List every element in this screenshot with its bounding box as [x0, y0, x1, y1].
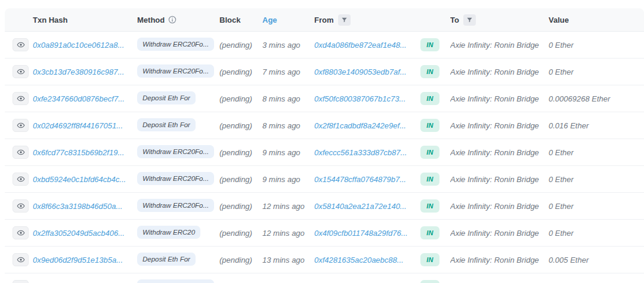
value-text: 0 Ether [549, 229, 574, 238]
value-text: 0 Ether [549, 148, 574, 157]
to-address-link[interactable]: Axie Infinity: Ronin Bridge [450, 41, 539, 50]
txn-hash-cell: 0xfe2347660d0876becf7... [33, 94, 137, 103]
direction-badge: IN [420, 226, 439, 239]
eye-button[interactable] [13, 253, 29, 266]
direction-badge: IN [420, 146, 439, 159]
from-address-link[interactable]: 0x2f8f1cadbdf8a242e9ef... [314, 121, 406, 130]
block-status: (pending) [219, 148, 252, 157]
table-header-row: Txn Hash Method Block Age From [5, 8, 644, 32]
block-cell: (pending) [219, 94, 262, 103]
txn-hash-link[interactable]: 0xbd5924e0c1bfd64cb4c... [33, 175, 126, 184]
eye-button[interactable] [13, 92, 29, 105]
txn-hash-link[interactable]: 0xfe2347660d0876becf7... [33, 94, 125, 103]
value-cell: 0 Ether [549, 175, 644, 184]
from-address-link[interactable]: 0x4f09cfb011748a29fd76... [314, 229, 408, 238]
txn-hash-cell: 0x3cb13d7e380916c987... [33, 67, 137, 76]
block-status: (pending) [219, 229, 252, 238]
block-cell: (pending) [219, 67, 262, 76]
method-badge: Deposit Eth For [137, 91, 196, 104]
col-header-method: Method [137, 16, 219, 24]
method-cell: Withdraw ERC20Fo... [137, 145, 219, 160]
txn-hash-link[interactable]: 0x3cb13d7e380916c987... [33, 67, 124, 76]
value-text: 0 Ether [549, 202, 574, 211]
table-body: 0x0a891a0c10ce0612a8... Withdraw ERC20Fo… [5, 32, 644, 283]
to-filter-button[interactable] [463, 14, 476, 26]
txn-hash-link[interactable]: 0x9ed06d2f9d51e13b5a... [33, 256, 123, 264]
table-row: 0xfe2347660d0876becf7... Deposit Eth For… [5, 85, 644, 112]
value-text: 0.00069268 Ether [549, 94, 610, 103]
txn-hash-link[interactable]: 0x2ffa3052049d5acb406... [33, 229, 125, 238]
eye-button[interactable] [13, 65, 29, 78]
direction-cell: IN [420, 65, 450, 78]
method-cell: Withdraw ERC20Fo... [137, 172, 219, 187]
direction-badge: IN [420, 280, 439, 283]
to-address-link[interactable]: Axie Infinity: Ronin Bridge [450, 256, 539, 264]
from-address-link[interactable]: 0xd4a086fbe872eaf1e48... [314, 41, 407, 50]
direction-badge: IN [420, 253, 439, 266]
to-address-link[interactable]: Axie Infinity: Ronin Bridge [450, 229, 539, 238]
direction-cell: IN [420, 119, 450, 132]
txn-hash-link[interactable]: 0x0a891a0c10ce0612a8... [33, 41, 124, 50]
block-cell: (pending) [219, 41, 262, 50]
to-address-link[interactable]: Axie Infinity: Ronin Bridge [450, 175, 539, 184]
from-address-link[interactable]: 0x154478cffa0764879b7... [314, 175, 406, 184]
age-cell: 12 mins ago [262, 202, 314, 211]
to-address-link[interactable]: Axie Infinity: Ronin Bridge [450, 67, 539, 76]
method-badge: Withdraw ERC20Fo... [137, 64, 214, 78]
to-cell: Axie Infinity: Ronin Bridge [450, 202, 549, 211]
eye-button[interactable] [13, 199, 29, 213]
direction-badge: IN [420, 65, 439, 78]
eye-button[interactable] [13, 119, 29, 132]
col-header-value: Value [549, 16, 644, 24]
age-toggle-link[interactable]: Age [262, 16, 277, 24]
method-badge: Deposit Eth For [137, 118, 196, 131]
col-header-from: From [314, 14, 420, 26]
to-address-link[interactable]: Axie Infinity: Ronin Bridge [450, 148, 539, 157]
block-status: (pending) [219, 67, 252, 76]
method-cell: Withdraw ERC20Fo... [137, 279, 219, 283]
from-filter-button[interactable] [338, 14, 351, 26]
age-text: 12 mins ago [262, 202, 305, 211]
eye-button[interactable] [13, 280, 29, 283]
txn-hash-link[interactable]: 0x6fcd77c8315b69b2f19... [33, 148, 124, 157]
from-address-link[interactable]: 0x58140a2ea21a72e140... [314, 202, 407, 211]
age-text: 8 mins ago [262, 121, 301, 130]
txn-hash-cell: 0x2ffa3052049d5acb406... [33, 229, 137, 238]
eye-cell [5, 92, 33, 105]
age-cell: 12 mins ago [262, 229, 314, 238]
to-address-link[interactable]: Axie Infinity: Ronin Bridge [450, 121, 539, 130]
method-cell: Withdraw ERC20Fo... [137, 38, 219, 53]
eye-button[interactable] [13, 226, 29, 239]
txn-hash-link[interactable]: 0x8f66c3a3198b46d50a... [33, 202, 122, 211]
txn-hash-cell: 0x02d4692ff8f44167051... [33, 121, 137, 130]
age-cell: 13 mins ago [262, 256, 314, 264]
age-text: 8 mins ago [262, 94, 301, 103]
to-address-link[interactable]: Axie Infinity: Ronin Bridge [450, 202, 539, 211]
from-address-link[interactable]: 0xf50fc800387067b1c73... [314, 94, 405, 103]
table-row: 0x6fcd77c8315b69b2f19... Withdraw ERC20F… [5, 139, 644, 166]
method-badge: Withdraw ERC20Fo... [137, 279, 214, 283]
age-cell: 9 mins ago [262, 175, 314, 184]
eye-button[interactable] [13, 173, 29, 186]
from-address-link[interactable]: 0xf8803e1409053edb7af... [314, 67, 407, 76]
txn-hash-link[interactable]: 0x02d4692ff8f44167051... [33, 121, 123, 130]
direction-cell: IN [420, 92, 450, 105]
info-circle-icon[interactable] [168, 16, 177, 24]
block-status: (pending) [219, 202, 252, 211]
eye-cell [5, 65, 33, 78]
col-header-value-label: Value [549, 16, 569, 24]
from-cell: 0x154478cffa0764879b7... [314, 175, 420, 184]
eye-button[interactable] [13, 146, 29, 159]
from-address-link[interactable]: 0xf4281635ac20aebc88... [314, 256, 404, 264]
txn-hash-cell: 0xbd5924e0c1bfd64cb4c... [33, 175, 137, 184]
transactions-table: Txn Hash Method Block Age From [5, 8, 644, 283]
direction-cell: IN [420, 38, 450, 51]
to-cell: Axie Infinity: Ronin Bridge [450, 256, 549, 264]
method-badge: Withdraw ERC20Fo... [137, 172, 214, 185]
to-cell: Axie Infinity: Ronin Bridge [450, 67, 549, 76]
from-address-link[interactable]: 0xfeccc561a333d87cb87... [314, 148, 407, 157]
col-header-method-label: Method [137, 16, 165, 24]
eye-button[interactable] [13, 38, 29, 51]
age-text: 13 mins ago [262, 256, 305, 264]
to-address-link[interactable]: Axie Infinity: Ronin Bridge [450, 94, 539, 103]
